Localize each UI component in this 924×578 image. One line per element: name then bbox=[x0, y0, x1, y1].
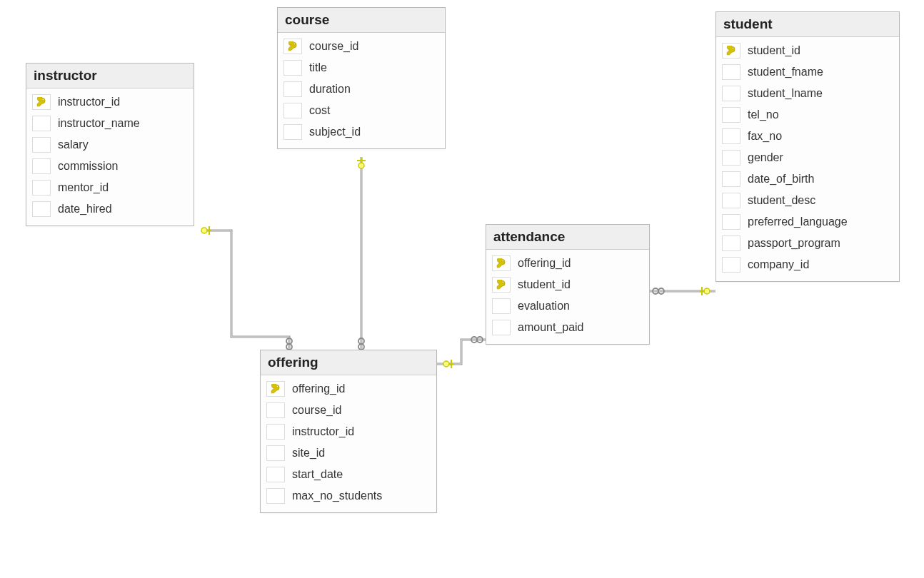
column-row[interactable]: date_of_birth bbox=[722, 168, 893, 190]
column-icon bbox=[32, 158, 51, 174]
column-icon bbox=[722, 86, 740, 101]
column-name: fax_no bbox=[748, 130, 893, 143]
column-row[interactable]: passport_program bbox=[722, 233, 893, 254]
column-icon bbox=[266, 424, 285, 440]
column-name: evaluation bbox=[518, 300, 643, 313]
entity-title: instructor bbox=[26, 64, 194, 88]
column-row[interactable]: title bbox=[283, 57, 439, 78]
entity-title: student bbox=[716, 12, 899, 37]
column-icon bbox=[266, 445, 285, 461]
column-name: course_id bbox=[292, 404, 431, 417]
rel-student-attendance bbox=[650, 287, 715, 295]
rel-offering-attendance bbox=[437, 337, 486, 368]
column-name: offering_id bbox=[518, 257, 643, 270]
column-row[interactable]: duration bbox=[283, 78, 439, 100]
column-row[interactable]: fax_no bbox=[722, 126, 893, 147]
column-row[interactable]: subject_id bbox=[283, 121, 439, 143]
column-icon bbox=[32, 180, 51, 196]
column-icon bbox=[266, 402, 285, 418]
primary-key-icon bbox=[32, 94, 51, 110]
entity-attendance[interactable]: attendance offering_id student_id evalua… bbox=[486, 224, 650, 345]
entity-student[interactable]: student student_id student_fname student… bbox=[715, 11, 900, 282]
primary-key-icon bbox=[492, 255, 511, 271]
column-icon bbox=[266, 467, 285, 482]
column-row[interactable]: student_fname bbox=[722, 61, 893, 83]
column-name: max_no_students bbox=[292, 490, 431, 502]
column-name: amount_paid bbox=[518, 321, 643, 334]
column-row[interactable]: student_desc bbox=[722, 190, 893, 211]
column-name: commission bbox=[58, 160, 188, 173]
column-icon bbox=[722, 128, 740, 144]
column-icon bbox=[722, 257, 740, 273]
rel-course-offering bbox=[357, 157, 366, 350]
column-row[interactable]: offering_id bbox=[266, 378, 431, 400]
column-row[interactable]: commission bbox=[32, 156, 188, 177]
entity-title: offering bbox=[261, 350, 436, 375]
column-name: gender bbox=[748, 151, 893, 164]
column-row[interactable]: company_id bbox=[722, 254, 893, 275]
column-name: date_of_birth bbox=[748, 173, 893, 186]
column-row[interactable]: start_date bbox=[266, 464, 431, 485]
column-name: cost bbox=[309, 104, 439, 117]
column-icon bbox=[722, 107, 740, 123]
column-name: site_id bbox=[292, 447, 431, 460]
column-row[interactable]: student_id bbox=[492, 274, 643, 295]
column-row[interactable]: cost bbox=[283, 100, 439, 121]
primary-key-icon bbox=[266, 381, 285, 397]
column-icon bbox=[722, 193, 740, 208]
column-icon bbox=[283, 60, 302, 76]
column-icon bbox=[283, 124, 302, 140]
column-name: student_id bbox=[518, 278, 643, 291]
column-icon bbox=[722, 171, 740, 187]
column-row[interactable]: student_id bbox=[722, 40, 893, 61]
column-row[interactable]: evaluation bbox=[492, 295, 643, 317]
column-name: duration bbox=[309, 83, 439, 96]
column-name: student_lname bbox=[748, 87, 893, 100]
column-row[interactable]: site_id bbox=[266, 442, 431, 464]
column-row[interactable]: course_id bbox=[266, 400, 431, 421]
column-row[interactable]: instructor_id bbox=[32, 91, 188, 113]
column-name: salary bbox=[58, 138, 188, 151]
column-name: student_id bbox=[748, 44, 893, 57]
column-icon bbox=[32, 201, 51, 217]
column-icon bbox=[283, 81, 302, 97]
column-row[interactable]: mentor_id bbox=[32, 177, 188, 198]
column-icon bbox=[722, 214, 740, 230]
column-row[interactable]: max_no_students bbox=[266, 485, 431, 507]
column-name: mentor_id bbox=[58, 181, 188, 194]
column-row[interactable]: salary bbox=[32, 134, 188, 156]
column-name: tel_no bbox=[748, 108, 893, 121]
column-name: title bbox=[309, 61, 439, 74]
column-row[interactable]: amount_paid bbox=[492, 317, 643, 338]
column-row[interactable]: offering_id bbox=[492, 253, 643, 274]
column-name: subject_id bbox=[309, 126, 439, 138]
column-row[interactable]: course_id bbox=[283, 36, 439, 57]
column-name: offering_id bbox=[292, 382, 431, 395]
column-row[interactable]: instructor_name bbox=[32, 113, 188, 134]
rel-instructor-offering bbox=[201, 226, 292, 350]
column-icon bbox=[722, 64, 740, 80]
entity-instructor[interactable]: instructor instructor_id instructor_name… bbox=[26, 63, 194, 226]
column-icon bbox=[492, 298, 511, 314]
column-row[interactable]: tel_no bbox=[722, 104, 893, 126]
primary-key-icon bbox=[283, 39, 302, 54]
column-name: date_hired bbox=[58, 203, 188, 216]
column-icon bbox=[283, 103, 302, 118]
column-icon bbox=[722, 150, 740, 166]
column-row[interactable]: gender bbox=[722, 147, 893, 168]
column-row[interactable]: instructor_id bbox=[266, 421, 431, 442]
column-row[interactable]: preferred_language bbox=[722, 211, 893, 233]
column-name: instructor_id bbox=[292, 425, 431, 438]
column-icon bbox=[492, 320, 511, 335]
column-name: start_date bbox=[292, 468, 431, 481]
column-name: instructor_id bbox=[58, 96, 188, 108]
column-icon bbox=[32, 137, 51, 153]
entity-offering[interactable]: offering offering_id course_id instructo… bbox=[260, 350, 437, 513]
column-name: course_id bbox=[309, 40, 439, 53]
column-row[interactable]: student_lname bbox=[722, 83, 893, 104]
column-name: student_fname bbox=[748, 66, 893, 78]
primary-key-icon bbox=[492, 277, 511, 293]
column-row[interactable]: date_hired bbox=[32, 198, 188, 220]
entity-course[interactable]: course course_id title duration cost sub… bbox=[277, 7, 446, 149]
primary-key-icon bbox=[722, 43, 740, 59]
